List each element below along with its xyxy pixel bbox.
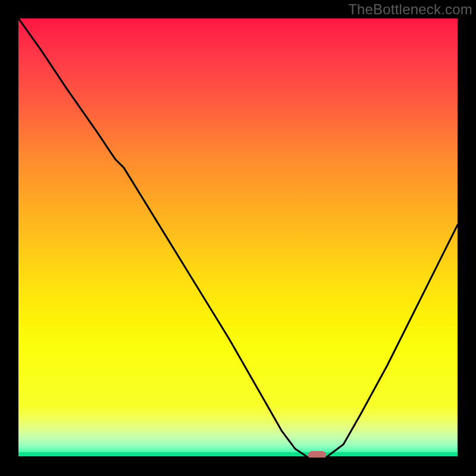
chart-frame: TheBottleneck.com bbox=[0, 0, 476, 476]
bottleneck-curve bbox=[18, 18, 458, 458]
curve-svg bbox=[18, 18, 458, 458]
attribution-label: TheBottleneck.com bbox=[348, 1, 472, 18]
plot-area bbox=[18, 18, 458, 458]
optimal-marker bbox=[308, 451, 326, 458]
